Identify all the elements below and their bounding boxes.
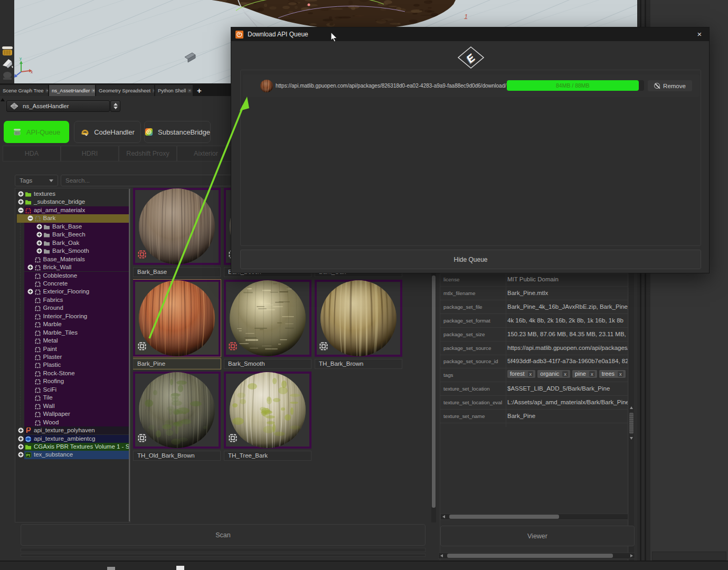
- scroll-left-icon[interactable]: [442, 515, 445, 518]
- node-selector-spinner[interactable]: [110, 100, 120, 112]
- tree-item-plaster[interactable]: Plaster: [16, 353, 130, 361]
- scroll-left-icon[interactable]: [440, 554, 443, 557]
- tree-item-tile[interactable]: Tile: [16, 394, 130, 402]
- tree-item-interior-flooring[interactable]: Interior_Flooring: [16, 312, 130, 320]
- expand-icon[interactable]: [27, 289, 33, 294]
- tree-scrollbar[interactable]: [129, 189, 130, 521]
- expand-icon[interactable]: [36, 248, 42, 254]
- texture-sphere-preview[interactable]: [139, 372, 215, 448]
- tab-close-icon[interactable]: ×: [45, 89, 48, 93]
- tab-python-shell[interactable]: Python Shell×: [155, 85, 193, 96]
- tree-item-tex-substance[interactable]: Pttex_substance: [16, 451, 130, 459]
- tree-item-wallpaper[interactable]: Wallpaper: [16, 410, 130, 418]
- expand-icon[interactable]: [18, 199, 24, 205]
- active-module-button-api-queue[interactable]: API-Queue: [4, 121, 69, 143]
- collapse-icon[interactable]: [27, 215, 33, 221]
- dialog-close-button[interactable]: ×: [695, 30, 704, 39]
- viewer-button[interactable]: Viewer: [440, 526, 635, 546]
- tree-item-scifi[interactable]: SciFi: [16, 386, 130, 394]
- expand-icon[interactable]: [36, 232, 42, 238]
- hide-queue-button[interactable]: Hide Queue: [240, 250, 701, 269]
- tree-item-rock-stone[interactable]: Rock-Stone: [16, 369, 130, 377]
- module-button-codehandler[interactable]: CodeHandler: [74, 121, 141, 143]
- texture-sphere-preview[interactable]: [320, 280, 396, 356]
- tree-item-bark-base[interactable]: Bark_Base: [16, 223, 130, 231]
- expand-icon[interactable]: [18, 436, 24, 442]
- stamp-icon[interactable]: [1, 71, 14, 81]
- collapse-icon[interactable]: [18, 207, 24, 213]
- tab-close-icon[interactable]: ×: [91, 89, 95, 93]
- details-hscrollbar[interactable]: [440, 514, 628, 520]
- tags-filter-dropdown[interactable]: Tags: [15, 175, 58, 186]
- expand-icon[interactable]: [36, 224, 42, 230]
- basket-icon[interactable]: [1, 44, 14, 57]
- brush-icon[interactable]: [1, 58, 14, 70]
- texture-sphere-preview[interactable]: [139, 188, 215, 264]
- tree-item-cobblestone[interactable]: Cobblestone: [16, 272, 130, 280]
- tree-item-api-texture-polyhaven[interactable]: api_texture_polyhaven: [16, 426, 130, 434]
- module-button-substancebridge[interactable]: SubstanceBridge: [144, 121, 211, 143]
- tree-item-base-materials[interactable]: Base_Materials: [16, 255, 130, 263]
- scroll-up-icon[interactable]: [630, 406, 633, 409]
- scan-button[interactable]: Scan: [21, 524, 426, 546]
- expand-icon[interactable]: [18, 428, 24, 433]
- tag-remove-icon[interactable]: x: [562, 371, 568, 377]
- details-row-package_set_source_id: package_set_source_id5f493ddf-adb3-41f7-…: [440, 355, 628, 368]
- tree-item-bark[interactable]: Bark: [16, 214, 130, 222]
- texture-sphere-preview[interactable]: [230, 372, 306, 448]
- category-tab-aixterior[interactable]: Aixterior: [177, 146, 235, 162]
- expand-icon[interactable]: [27, 264, 33, 270]
- tree-item-wall[interactable]: Wall: [16, 402, 130, 410]
- texture-sphere-preview[interactable]: [139, 280, 215, 356]
- tag-chip-organic[interactable]: organicx: [537, 370, 570, 378]
- tree-item-textures[interactable]: textures: [16, 190, 130, 198]
- tree-item-paint[interactable]: Paint: [16, 345, 130, 353]
- pane-menu-arrow[interactable]: [1, 98, 5, 101]
- tree-item--substance-bridge[interactable]: _substance_bridge: [16, 198, 130, 206]
- tag-chip-pine[interactable]: pinex: [572, 370, 597, 378]
- tag-remove-icon[interactable]: x: [618, 371, 623, 377]
- add-tab-button[interactable]: +: [197, 85, 202, 96]
- expand-icon[interactable]: [18, 444, 24, 450]
- texture-sphere-preview[interactable]: [230, 280, 306, 356]
- details-vscroll-thumb[interactable]: [629, 413, 634, 434]
- category-tab-redshift-proxy[interactable]: Redshift Proxy: [119, 146, 177, 162]
- tree-item-plastic[interactable]: Plastic: [16, 361, 130, 369]
- tree-item-brick-wall[interactable]: Brick_Wall: [16, 263, 130, 271]
- tree-item-metal[interactable]: Metal: [16, 337, 130, 345]
- dialog-title-bar[interactable]: Download API Queue: [231, 27, 709, 41]
- scroll-down-icon[interactable]: [630, 437, 633, 440]
- tag-chip-trees[interactable]: treesx: [599, 370, 626, 378]
- tag-remove-icon[interactable]: x: [528, 371, 534, 377]
- tree-item-api-amd-materialx[interactable]: api_amd_materialx: [16, 206, 130, 214]
- tree-item-marble-tiles[interactable]: Marble_Tiles: [16, 329, 130, 337]
- tag-remove-icon[interactable]: x: [589, 371, 595, 377]
- tree-item-bark-oak[interactable]: Bark_Oak: [16, 239, 130, 247]
- tree-item-marble[interactable]: Marble: [16, 320, 130, 328]
- tree-item-bark-beech[interactable]: Bark_Beech: [16, 231, 130, 239]
- tag-chip-forest[interactable]: forestx: [507, 370, 535, 378]
- remove-download-button[interactable]: Remove: [648, 80, 692, 91]
- tree-item-exterior-flooring[interactable]: Exterior_Flooring: [16, 288, 130, 296]
- category-tab-hdri[interactable]: HDRI: [61, 146, 119, 162]
- node-selector[interactable]: ns_AssetHandler: [6, 100, 110, 112]
- expand-icon[interactable]: [18, 452, 24, 458]
- expand-icon[interactable]: [36, 240, 42, 246]
- tree-item-fabrics[interactable]: Fabrics: [16, 296, 130, 304]
- bottom-hscrollbar[interactable]: [438, 553, 635, 559]
- tab-close-icon[interactable]: ×: [152, 89, 154, 93]
- tab-geometry-spreadsheet[interactable]: Geometry Spreadsheet×: [96, 85, 154, 96]
- tab-scene-graph-tree[interactable]: Scene Graph Tree×: [0, 85, 48, 96]
- tree-item-api-texture-ambientcg[interactable]: api_texture_ambientcg: [16, 435, 130, 443]
- scroll-right-icon[interactable]: [630, 554, 633, 557]
- category-tab-hda[interactable]: HDA: [3, 146, 61, 162]
- tree-item-roofing[interactable]: Roofing: [16, 377, 130, 385]
- tree-item-ground[interactable]: Ground: [16, 304, 130, 312]
- tree-item-cgaxis-pbr-textures-volume-1-s-[interactable]: CGAxis PBR Textures Volume 1 - S...: [16, 443, 130, 451]
- tab-close-icon[interactable]: ×: [187, 89, 192, 93]
- tab-ns-assethandler[interactable]: ns_AssetHandler×: [49, 85, 95, 96]
- tree-item-wood[interactable]: Wood: [16, 419, 130, 426]
- tree-item-bark-smooth[interactable]: Bark_Smooth: [16, 247, 130, 255]
- tree-item-concrete[interactable]: Concrete: [16, 280, 130, 288]
- expand-icon[interactable]: [18, 191, 24, 197]
